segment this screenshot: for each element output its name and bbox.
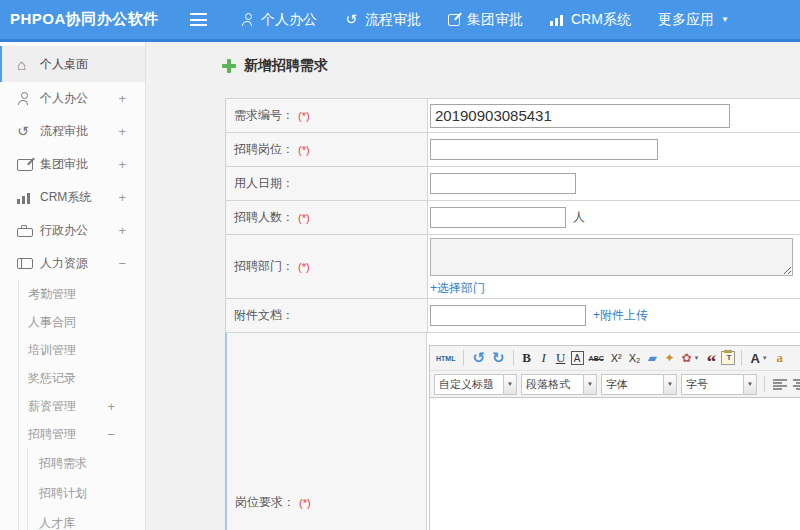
demand-no-input[interactable] (430, 104, 730, 128)
html-source-button[interactable]: HTML (434, 348, 457, 368)
menu-toggle-icon[interactable] (190, 13, 207, 26)
caret-down-icon: ▼ (663, 375, 676, 394)
font-color-button[interactable]: A▼ (748, 348, 769, 368)
expand-icon[interactable]: + (118, 190, 126, 205)
align-left-button[interactable] (772, 378, 788, 391)
font-border-button[interactable]: A (571, 351, 584, 365)
italic-button[interactable]: I (537, 348, 551, 368)
collapse-icon[interactable]: − (107, 427, 115, 442)
form-value-headcount: 人 (428, 201, 800, 234)
sidebar-item-attendance[interactable]: 考勤管理 (19, 280, 145, 308)
top-header: PHPOA协同办公软件 个人办公↺流程审批集团审批CRM系统更多应用▼ (0, 0, 800, 42)
attachment-input[interactable] (430, 305, 586, 326)
sidebar-item-label: 行政办公 (40, 222, 88, 239)
nav-crm-system[interactable]: CRM系统 (550, 11, 631, 29)
expand-icon[interactable]: + (118, 157, 126, 172)
superscript-button[interactable]: X² (609, 348, 624, 368)
collapse-icon[interactable]: − (118, 256, 126, 271)
sidebar-item-training[interactable]: 培训管理 (19, 336, 145, 364)
nav-more-apps[interactable]: 更多应用▼ (658, 11, 729, 29)
field-label: 招聘人数： (234, 209, 294, 226)
attachment-upload-link[interactable]: +附件上传 (593, 307, 648, 324)
department-textarea[interactable] (430, 238, 793, 276)
expand-icon[interactable]: + (118, 91, 126, 106)
hire-date-input[interactable] (430, 173, 576, 194)
choose-department-link[interactable]: +选择部门 (430, 280, 485, 297)
person-icon (17, 92, 33, 105)
paragraph-format-select[interactable]: 段落格式▼ (521, 374, 597, 395)
custom-title-select[interactable]: 自定义标题▼ (434, 374, 517, 395)
background-color-button[interactable]: a (773, 348, 787, 368)
field-label: 附件文档： (234, 307, 294, 324)
rich-text-editor: HTML↺↻BIUAABCX²X₂▰✦✿▼“A▼a自定义标题▼段落格式▼字体▼字… (429, 345, 800, 530)
nav-label: CRM系统 (571, 11, 631, 29)
sidebar-item-label: 招聘计划 (39, 485, 87, 502)
strikethrough-button[interactable]: ABC (587, 348, 606, 368)
sidebar-item-recruit-demand[interactable]: 招聘需求 (28, 448, 145, 478)
form-label-hire-date: 用人日期： (226, 167, 428, 200)
required-marker: (*) (299, 497, 311, 509)
sidebar-item-group-approval[interactable]: 集团审批+ (0, 148, 145, 181)
briefcase-icon (17, 228, 33, 237)
unit-suffix: 人 (573, 209, 585, 226)
undo-button[interactable]: ↺ (470, 348, 487, 368)
sidebar-item-label: 人才库 (39, 515, 75, 530)
expand-icon[interactable]: + (107, 399, 115, 414)
sidebar-item-rewards[interactable]: 奖惩记录 (19, 364, 145, 392)
sidebar-submenu-human-resources: 考勤管理人事合同培训管理奖惩记录薪资管理+招聘管理−招聘需求招聘计划人才库 (18, 280, 145, 530)
caret-down-icon: ▼ (762, 355, 768, 361)
sidebar-item-label: 培训管理 (28, 342, 76, 359)
nav-workflow-approval[interactable]: ↺流程审批 (344, 11, 421, 29)
underline-button[interactable]: U (554, 348, 568, 368)
align-center-button[interactable] (792, 378, 800, 391)
form-value-attachment: +附件上传 (428, 299, 800, 332)
selected-value: 自定义标题 (435, 377, 503, 392)
sidebar-item-crm-system[interactable]: CRM系统+ (0, 181, 145, 214)
nav-personal-office[interactable]: 个人办公 (241, 11, 317, 29)
eraser-button[interactable]: ▰ (645, 348, 659, 368)
job-position-input[interactable] (430, 139, 658, 160)
font-family-select[interactable]: 字体▼ (601, 374, 677, 395)
sidebar-item-recruit-plan[interactable]: 招聘计划 (28, 478, 145, 508)
sidebar-item-workflow-approval[interactable]: ↺流程审批+ (0, 115, 145, 148)
expand-icon[interactable]: + (118, 223, 126, 238)
font-size-select[interactable]: 字号▼ (681, 374, 757, 395)
edit-icon (17, 159, 33, 171)
sidebar-item-label: 考勤管理 (28, 286, 76, 303)
editor-content[interactable] (430, 398, 800, 530)
sidebar-item-label: 集团审批 (40, 156, 88, 173)
nav-group-approval[interactable]: 集团审批 (448, 11, 523, 29)
nav-label: 集团审批 (467, 11, 523, 29)
sidebar-item-talent-pool[interactable]: 人才库 (28, 508, 145, 530)
redo-button[interactable]: ↻ (490, 348, 507, 368)
sidebar-item-personal-office[interactable]: 个人办公+ (0, 82, 145, 115)
sidebar-item-salary[interactable]: 薪资管理+ (19, 392, 145, 420)
caret-down-icon: ▼ (583, 375, 596, 394)
toolbar-separator (513, 350, 514, 366)
blockquote-button[interactable]: “ (704, 348, 718, 368)
sidebar-item-recruitment[interactable]: 招聘管理− (19, 420, 145, 448)
sidebar-item-label: 人事合同 (28, 314, 76, 331)
sidebar-item-admin-office[interactable]: 行政办公+ (0, 214, 145, 247)
sidebar-item-personal-desktop[interactable]: ⌂个人桌面 (0, 46, 145, 82)
form-value-job-requirements: HTML↺↻BIUAABCX²X₂▰✦✿▼“A▼a自定义标题▼段落格式▼字体▼字… (427, 333, 800, 530)
form-row-job-position: 招聘岗位：(*) (225, 133, 800, 167)
headcount-input[interactable] (430, 207, 566, 228)
text-highlight-button[interactable]: ✿▼ (679, 348, 701, 368)
expand-icon[interactable]: + (118, 124, 126, 139)
caret-down-icon: ▼ (743, 375, 756, 394)
edit-icon (448, 14, 460, 26)
bold-button[interactable]: B (520, 348, 534, 368)
format-brush-button[interactable]: ✦ (662, 348, 676, 368)
app-title: PHPOA协同办公软件 (0, 10, 190, 29)
subscript-button[interactable]: X₂ (627, 348, 643, 368)
sidebar-item-hr-contract[interactable]: 人事合同 (19, 308, 145, 336)
paste-text-button[interactable] (721, 351, 735, 365)
sidebar-item-human-resources[interactable]: 人力资源− (0, 247, 145, 280)
field-label: 招聘岗位： (234, 141, 294, 158)
form-label-demand-no: 需求编号：(*) (226, 99, 428, 132)
person-icon (241, 13, 254, 26)
form-row-headcount: 招聘人数：(*)人 (225, 201, 800, 235)
header-nav: 个人办公↺流程审批集团审批CRM系统更多应用▼ (241, 11, 756, 29)
form-value-job-position (428, 133, 800, 166)
